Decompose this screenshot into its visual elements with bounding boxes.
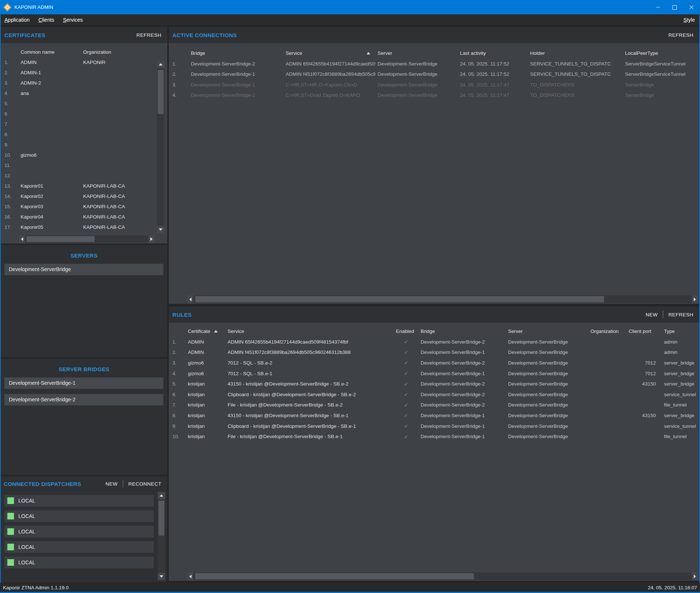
rule-row[interactable]: 8. kristijan 43150 - kristijan @Developm… [169, 410, 699, 421]
minimize-button[interactable] [649, 0, 666, 14]
certificate-row[interactable]: 4. ana [1, 88, 167, 98]
dispatchers-title: CONNECTED DISPATCHERS [1, 481, 81, 487]
scrollbar-thumb[interactable] [158, 70, 164, 114]
dispatcher-list-item[interactable]: LOCAL [4, 495, 154, 507]
active-connection-row[interactable]: 4. Development-ServerBridge-2 C=HR,ST=Gr… [169, 90, 699, 101]
scroll-up-button[interactable] [158, 492, 165, 499]
active-connections-refresh-button[interactable]: REFRESH [668, 32, 693, 38]
rule-bridge: Development-ServerBridge-1 [418, 434, 506, 439]
certificate-row[interactable]: 7. [1, 119, 167, 129]
scrollbar-thumb[interactable] [26, 236, 94, 242]
rule-enabled-checkmark-icon [394, 360, 418, 366]
dispatcher-list-item[interactable]: LOCAL [4, 557, 154, 568]
column-header-local-peer-type[interactable]: LocalPeerType [623, 50, 692, 56]
menu-item[interactable]: Services [58, 15, 87, 24]
certificate-row[interactable]: 9. [1, 139, 167, 150]
row-number: 12. [1, 173, 18, 178]
certificate-row[interactable]: 15. Kaponir03 KAPONIR-LAB-CA [1, 201, 167, 212]
certificate-row[interactable]: 12. [1, 170, 167, 181]
column-header-client-port[interactable]: Client port [626, 329, 662, 334]
column-header-holder[interactable]: Holder [528, 50, 623, 56]
menu-item[interactable]: Application [0, 15, 34, 24]
column-header-certificate[interactable]: Certificate [186, 329, 225, 334]
certificate-row[interactable]: 11. [1, 160, 167, 170]
column-header-bridge[interactable]: Bridge [189, 50, 283, 56]
rule-row[interactable]: 4. gizmo6 7012 - SQL - SB.e-1 Developmen… [169, 368, 699, 379]
certificate-row[interactable]: 6. [1, 109, 167, 119]
certificate-row[interactable]: 3. ADMIN-2 [1, 78, 167, 88]
certificate-row[interactable]: 1. ADMIN KAPONIR [1, 57, 167, 67]
column-header-enabled[interactable]: Enabled [394, 329, 418, 334]
rule-row[interactable]: 3. gizmo6 7012 - SQL - SB.e-2 Developmen… [169, 358, 699, 368]
column-header-service[interactable]: Service [283, 50, 375, 56]
close-button[interactable] [683, 0, 700, 14]
rule-row[interactable]: 5. kristijan 43150 - kristijan @Developm… [169, 379, 699, 389]
certificate-row[interactable]: 16. Kaponir04 KAPONIR-LAB-CA [1, 212, 167, 222]
column-header-service[interactable]: Service [225, 329, 394, 334]
rules-horizontal-scrollbar[interactable] [188, 572, 698, 580]
scroll-down-icon [159, 228, 162, 231]
scrollbar-thumb[interactable] [195, 573, 474, 579]
connection-server: Development-ServerBridge [375, 61, 458, 67]
active-connection-row[interactable]: 2. Development-ServerBridge-1 ADMIN f451… [169, 69, 699, 80]
row-number: 6. [1, 111, 18, 117]
certificates-refresh-button[interactable]: REFRESH [136, 32, 161, 38]
rule-row[interactable]: 1. ADMIN ADMIN 65f42655b4194f27144d9caed… [169, 337, 699, 347]
dispatchers-vertical-scrollbar[interactable] [158, 492, 165, 580]
rules-refresh-button[interactable]: REFRESH [668, 312, 693, 317]
menu-item-style[interactable]: Style [679, 15, 700, 24]
scrollbar-thumb[interactable] [158, 501, 164, 536]
certificate-row[interactable]: 5. [1, 98, 167, 109]
active-connection-row[interactable]: 1. Development-ServerBridge-2 ADMIN 65f4… [169, 58, 699, 69]
rule-service: 7012 - SQL - SB.e-2 [225, 360, 394, 366]
column-header-server[interactable]: Server [375, 50, 458, 56]
certificates-vertical-scrollbar[interactable] [157, 61, 164, 233]
scroll-right-button[interactable] [149, 235, 154, 243]
menu-item[interactable]: Clients [34, 15, 59, 24]
certificate-row[interactable]: 14. Kaponir02 KAPONIR-LAB-CA [1, 191, 167, 201]
maximize-button[interactable] [666, 0, 683, 14]
scroll-up-button[interactable] [157, 61, 164, 68]
column-header-server[interactable]: Server [506, 329, 588, 334]
connection-local-peer-type: ServerBridgeServiceTunnel [623, 61, 692, 67]
active-connection-row[interactable]: 3. Development-ServerBridge-1 C=HR,ST=HR… [169, 79, 699, 90]
dispatcher-list-item[interactable]: LOCAL [4, 526, 154, 537]
column-header-common-name[interactable]: Common name [18, 49, 81, 55]
row-number: 1. [169, 339, 186, 345]
column-header-organization[interactable]: Organization [81, 49, 162, 55]
server-bridge-list-item[interactable]: Development-ServerBridge-1 [4, 377, 163, 389]
rule-row[interactable]: 10. kristijan File - kristijan @Developm… [169, 431, 699, 442]
column-header-organization[interactable]: Organization [588, 329, 626, 334]
rule-row[interactable]: 2. ADMIN ADMIN f451f072c8f3889ba2694db50… [169, 347, 699, 358]
rule-row[interactable]: 9. kristijan Clipboard - kristijan @Deve… [169, 421, 699, 432]
scrollbar-thumb[interactable] [195, 296, 604, 302]
column-header-type[interactable]: Type [662, 329, 699, 334]
scroll-right-button[interactable] [692, 295, 698, 303]
scroll-down-button[interactable] [157, 226, 164, 233]
server-bridge-list-item[interactable]: Development-ServerBridge-2 [4, 394, 163, 405]
rules-new-button[interactable]: NEW [646, 312, 658, 317]
dispatcher-list-item[interactable]: LOCAL [4, 510, 154, 522]
certificate-row[interactable]: 13. Kaponir01 KAPONIR-LAB-CA [1, 181, 167, 191]
dispatchers-reconnect-button[interactable]: RECONNECT [128, 481, 161, 487]
dispatcher-list-item[interactable]: LOCAL [4, 541, 154, 553]
dispatchers-new-button[interactable]: NEW [106, 481, 118, 487]
active-connections-horizontal-scrollbar[interactable] [188, 295, 698, 303]
certificates-horizontal-scrollbar[interactable] [19, 235, 154, 243]
scroll-left-button[interactable] [19, 235, 25, 243]
scroll-left-button[interactable] [188, 572, 193, 580]
column-header-last-activity[interactable]: Last activity [458, 50, 528, 56]
certificate-row[interactable]: 10. gizmo6 [1, 150, 167, 160]
scroll-down-button[interactable] [158, 573, 165, 580]
rule-certificate: kristijan [186, 434, 225, 439]
connection-local-peer-type: ServerBridge [623, 82, 692, 88]
server-list-item[interactable]: Development-ServerBridge [4, 264, 163, 275]
certificate-row[interactable]: 2. ADMIN-1 [1, 67, 167, 78]
certificate-row[interactable]: 8. [1, 129, 167, 139]
scroll-left-button[interactable] [188, 295, 193, 303]
column-header-bridge[interactable]: Bridge [418, 329, 506, 334]
rule-row[interactable]: 7. kristijan File - kristijan @Developme… [169, 400, 699, 411]
certificate-row[interactable]: 17. Kaponir05 KAPONIR-LAB-CA [1, 222, 167, 232]
rule-row[interactable]: 6. kristijan Clipboard - kristijan @Deve… [169, 389, 699, 400]
scroll-right-button[interactable] [692, 572, 698, 580]
